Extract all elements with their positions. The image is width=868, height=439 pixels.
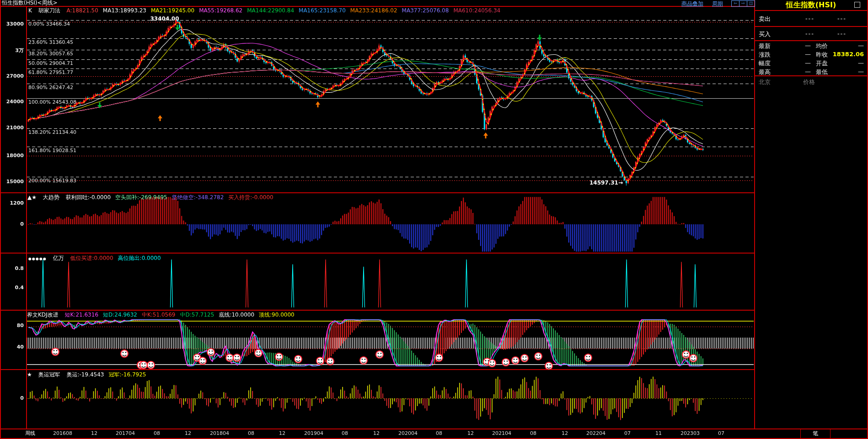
yiwan-pane-header: ●●●●● 亿万 低位买进:0.0000高位抛出:0.0000 [28, 254, 170, 262]
indicator-value: 顶线:90.0000 [259, 312, 295, 318]
indicator-value: 坚绝做空:-348.2782 [172, 194, 224, 201]
quote-field-value: — [782, 42, 811, 49]
indicator-value: 空头回补:-269.9495 [115, 194, 167, 201]
ask-price: --- [787, 15, 814, 22]
axis-label: 33000 [0, 21, 24, 27]
quote-title: 恒生指数(HSI) [755, 0, 867, 10]
fib-level-label: 23.60% 31360.45 [28, 39, 73, 45]
quote-row: 涨跌—昨收18382.06 [755, 51, 867, 58]
overlay-instrument-button[interactable]: 商品叠加 [681, 0, 703, 8]
indicator-value: MA55:19268.62 [199, 7, 242, 14]
indicator-value: 高位抛出:0.0000 [118, 255, 161, 261]
x-axis-tick: 202303 [680, 430, 700, 436]
axis-label: 0 [0, 395, 24, 401]
quote-field-value: — [827, 68, 864, 75]
indicator-value: MA610:24056.34 [453, 7, 500, 14]
axis-divider [26, 6, 27, 428]
ma-values: A:18821.50MA13:18993.23MA21:19245.00MA55… [67, 7, 505, 14]
split-window-icon[interactable]: ◫ [747, 0, 755, 7]
fib-level-label: 61.80% 27951.77 [28, 69, 73, 75]
olympic-name: 奥运冠军 [38, 371, 60, 378]
quote-field-value: — [782, 51, 811, 58]
axis-label: 27000 [0, 73, 24, 79]
trend-prefix-icon: ▲★ [27, 194, 37, 201]
x-axis-tick: 12 [91, 430, 97, 436]
ask-row: 卖出 --- --- [755, 15, 867, 22]
x-axis-tick: 12 [279, 430, 285, 436]
forward-arrow-icon[interactable]: ⇨ [739, 0, 747, 7]
x-axis-tick: 12 [467, 430, 474, 436]
axis-label: 0 [0, 221, 24, 227]
x-axis-tick: 08 [530, 430, 536, 436]
period-button[interactable]: 周期 [712, 0, 723, 8]
indicator-value: MA13:18993.23 [103, 7, 146, 14]
fib-level-label: 100.00% 24543.08 [28, 99, 76, 105]
k-label: K [28, 7, 32, 14]
quote-row: 最高—最低— [755, 68, 867, 75]
indicator-value: 奥运:-19.4543 [66, 371, 104, 378]
trend-pane-header: ▲★ 大趋势 获利回吐:-0.0000空头回补:-269.9495坚绝做空:-3… [27, 194, 283, 201]
quote-field-value: — [827, 42, 864, 49]
bid-row: 买入 --- --- [755, 30, 867, 37]
indicator-value: 底线:10.0000 [219, 312, 254, 318]
kd-name: 界文KDJ改进 [27, 312, 59, 318]
x-axis-tick: 201608 [53, 430, 72, 436]
ask-label: 卖出 [759, 15, 771, 23]
axis-label: 1200 [0, 200, 24, 206]
back-arrow-icon[interactable]: ⇦ [731, 0, 739, 7]
xaxis-separator [0, 428, 868, 429]
x-axis-tick: 202204 [586, 430, 605, 436]
axis-label: 80 [0, 323, 24, 328]
axis-label: 21000 [0, 125, 24, 131]
quote-panel: 恒生指数(HSI) 卖出 --- --- 买入 --- --- 最新—均价—涨跌… [755, 0, 867, 428]
indicator-value: MA233:24186.02 [350, 7, 397, 14]
x-axis-tick: 08 [248, 430, 254, 436]
maximize-icon[interactable] [854, 2, 860, 8]
region-row: 北京 价格 [755, 78, 867, 85]
indicator-value: MA144:22900.84 [247, 7, 294, 14]
x-axis-tick: 08 [154, 430, 160, 436]
ma-header: K 胡家刀法 A:18821.50MA13:18993.23MA21:19245… [28, 7, 509, 15]
indicator-value: 获利回吐:-0.0000 [66, 194, 111, 201]
quote-field-label: 涨跌 [759, 51, 771, 59]
kd-pane-header: 界文KDJ改进 短K:21.6316短D:24.9632中K:51.0569中D… [27, 311, 304, 319]
x-axis-tick: 12 [562, 430, 568, 436]
fib-level-label: 80.90% 26247.42 [28, 85, 73, 90]
trend-name: 大趋势 [43, 194, 59, 201]
x-axis-tick: 07 [718, 430, 724, 436]
olympic-pane-header: ★ 奥运冠军 奥运:-19.4543冠军:-16.7925 [27, 371, 155, 379]
price-annotation: 33404.00 [150, 16, 179, 22]
pane-separator-3 [0, 310, 754, 311]
axis-label: 0.8 [0, 265, 24, 271]
axis-label: 24000 [0, 99, 24, 105]
indicator-value: MA21:19245.00 [151, 7, 194, 14]
axis-label: 40 [0, 344, 24, 350]
yiwan-name: 亿万 [53, 255, 64, 261]
quote-field-value: — [827, 59, 864, 66]
pen-tool-button[interactable]: 笔 [800, 429, 830, 439]
trading-terminal: 恒生指数(HSI)<周线> 商品叠加 周期 ⇦ ⇨ ◫ K 胡家刀法 A:188… [0, 0, 868, 439]
x-axis-tick: 11 [655, 430, 662, 436]
indicator-value: 冠军:-16.7925 [108, 371, 146, 378]
fib-level-label: 138.20% 21134.40 [28, 129, 76, 135]
yiwan-label-highlight-box [0, 253, 27, 311]
quote-field-label: 昨收 [816, 51, 828, 59]
indicator-value: MA377:25076.08 [402, 7, 449, 14]
indicator-value: 短D:24.9632 [103, 312, 137, 318]
yiwan-prefix-icon: ●●●●● [28, 257, 47, 261]
quote-field-label: 开盘 [816, 59, 828, 68]
x-axis-tick: 201904 [304, 430, 323, 436]
axis-label: 15000 [0, 179, 24, 185]
x-axis-tick: 07 [624, 430, 631, 436]
price-annotation: 14597.31→ [589, 180, 623, 186]
x-axis-tick: 202104 [492, 430, 511, 436]
fib-level-label: 200.00% 15619.83 [28, 178, 76, 184]
quote-field-label: 均价 [816, 42, 828, 50]
indicator-value: 低位买进:0.0000 [70, 255, 113, 261]
quote-row: 最新—均价— [755, 42, 867, 49]
pane-separator-1 [0, 192, 754, 193]
fib-level-label: 161.80% 19028.51 [28, 148, 76, 153]
quote-field-label: 幅度 [759, 59, 771, 68]
bid-volume: --- [819, 30, 847, 37]
region-label: 北京 [759, 78, 771, 86]
